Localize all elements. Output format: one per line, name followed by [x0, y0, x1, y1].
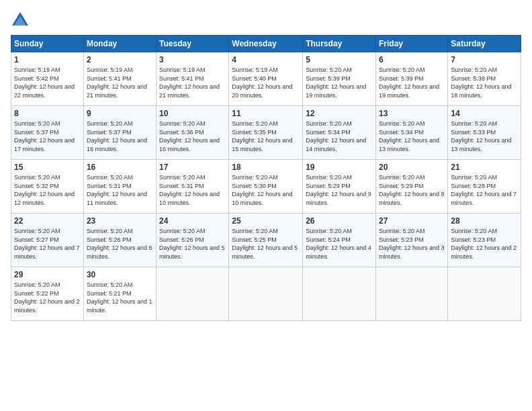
day-number: 24 — [159, 216, 226, 226]
day-number: 5 — [306, 55, 373, 64]
calendar-cell: 27 Sunrise: 5:20 AM Sunset: 5:23 PM Dayl… — [376, 214, 448, 267]
day-info: Sunrise: 5:20 AM Sunset: 5:31 PM Dayligh… — [159, 173, 226, 207]
day-info: Sunrise: 5:20 AM Sunset: 5:39 PM Dayligh… — [379, 66, 445, 99]
logo-icon — [11, 11, 30, 30]
calendar-cell: 23 Sunrise: 5:20 AM Sunset: 5:26 PM Dayl… — [83, 214, 156, 267]
day-number: 1 — [14, 55, 81, 64]
day-number: 2 — [87, 55, 153, 64]
day-info: Sunrise: 5:20 AM Sunset: 5:22 PM Dayligh… — [14, 281, 81, 314]
day-info: Sunrise: 5:19 AM Sunset: 5:42 PM Dayligh… — [14, 66, 81, 99]
day-info: Sunrise: 5:20 AM Sunset: 5:31 PM Dayligh… — [87, 173, 153, 207]
header-tuesday: Tuesday — [157, 36, 229, 52]
day-number: 22 — [14, 216, 81, 226]
day-info: Sunrise: 5:19 AM Sunset: 5:41 PM Dayligh… — [87, 66, 153, 99]
calendar-cell: 25 Sunrise: 5:20 AM Sunset: 5:25 PM Dayl… — [229, 214, 303, 267]
calendar-cell: 22 Sunrise: 5:20 AM Sunset: 5:27 PM Dayl… — [11, 214, 84, 267]
day-info: Sunrise: 5:19 AM Sunset: 5:40 PM Dayligh… — [232, 66, 300, 99]
header-thursday: Thursday — [303, 36, 376, 52]
calendar-table: Sunday Monday Tuesday Wednesday Thursday… — [11, 35, 521, 321]
calendar-cell: 13 Sunrise: 5:20 AM Sunset: 5:34 PM Dayl… — [376, 106, 448, 160]
day-number: 12 — [306, 109, 373, 118]
calendar-cell: 29 Sunrise: 5:20 AM Sunset: 5:22 PM Dayl… — [11, 267, 84, 321]
day-number: 21 — [451, 163, 518, 172]
calendar-cell: 19 Sunrise: 5:20 AM Sunset: 5:29 PM Dayl… — [303, 160, 376, 214]
day-info: Sunrise: 5:20 AM Sunset: 5:32 PM Dayligh… — [14, 173, 81, 207]
day-number: 19 — [306, 163, 373, 172]
day-info: Sunrise: 5:20 AM Sunset: 5:36 PM Dayligh… — [159, 120, 226, 153]
day-number: 26 — [306, 216, 373, 226]
day-number: 23 — [87, 216, 153, 226]
day-info: Sunrise: 5:20 AM Sunset: 5:26 PM Dayligh… — [87, 227, 153, 261]
header-saturday: Saturday — [448, 36, 521, 52]
day-info: Sunrise: 5:20 AM Sunset: 5:33 PM Dayligh… — [451, 120, 518, 153]
day-info: Sunrise: 5:20 AM Sunset: 5:27 PM Dayligh… — [14, 227, 81, 261]
day-number: 29 — [14, 270, 81, 279]
header-sunday: Sunday — [11, 36, 84, 52]
header-monday: Monday — [83, 36, 156, 52]
calendar-week-5: 29 Sunrise: 5:20 AM Sunset: 5:22 PM Dayl… — [11, 267, 521, 321]
calendar-cell: 8 Sunrise: 5:20 AM Sunset: 5:37 PM Dayli… — [11, 106, 84, 160]
day-info: Sunrise: 5:20 AM Sunset: 5:29 PM Dayligh… — [306, 173, 373, 207]
day-number: 10 — [159, 109, 226, 118]
calendar-cell — [303, 267, 376, 321]
calendar-cell: 16 Sunrise: 5:20 AM Sunset: 5:31 PM Dayl… — [83, 160, 156, 214]
day-number: 27 — [379, 216, 445, 226]
calendar-cell: 7 Sunrise: 5:20 AM Sunset: 5:38 PM Dayli… — [448, 52, 521, 106]
calendar-cell — [376, 267, 448, 321]
calendar-week-1: 1 Sunrise: 5:19 AM Sunset: 5:42 PM Dayli… — [11, 52, 521, 106]
day-info: Sunrise: 5:20 AM Sunset: 5:30 PM Dayligh… — [232, 173, 300, 207]
calendar-week-2: 8 Sunrise: 5:20 AM Sunset: 5:37 PM Dayli… — [11, 106, 521, 160]
day-number: 30 — [87, 270, 153, 279]
day-info: Sunrise: 5:20 AM Sunset: 5:37 PM Dayligh… — [87, 120, 153, 153]
calendar-cell: 2 Sunrise: 5:19 AM Sunset: 5:41 PM Dayli… — [83, 52, 156, 106]
calendar-week-4: 22 Sunrise: 5:20 AM Sunset: 5:27 PM Dayl… — [11, 214, 521, 267]
day-number: 17 — [159, 163, 226, 172]
day-number: 6 — [379, 55, 445, 64]
day-info: Sunrise: 5:20 AM Sunset: 5:21 PM Dayligh… — [87, 281, 153, 314]
day-number: 25 — [232, 216, 300, 226]
day-number: 3 — [159, 55, 226, 64]
day-number: 7 — [451, 55, 518, 64]
day-number: 13 — [379, 109, 445, 118]
calendar-cell: 26 Sunrise: 5:20 AM Sunset: 5:24 PM Dayl… — [303, 214, 376, 267]
weekday-header-row: Sunday Monday Tuesday Wednesday Thursday… — [11, 36, 521, 52]
calendar-cell: 30 Sunrise: 5:20 AM Sunset: 5:21 PM Dayl… — [83, 267, 156, 321]
calendar-cell: 20 Sunrise: 5:20 AM Sunset: 5:29 PM Dayl… — [376, 160, 448, 214]
day-number: 11 — [232, 109, 300, 118]
calendar-cell — [448, 267, 521, 321]
day-info: Sunrise: 5:20 AM Sunset: 5:29 PM Dayligh… — [379, 173, 445, 207]
logo — [11, 11, 32, 30]
calendar-cell: 15 Sunrise: 5:20 AM Sunset: 5:32 PM Dayl… — [11, 160, 84, 214]
calendar-cell: 6 Sunrise: 5:20 AM Sunset: 5:39 PM Dayli… — [376, 52, 448, 106]
calendar-cell: 11 Sunrise: 5:20 AM Sunset: 5:35 PM Dayl… — [229, 106, 303, 160]
day-number: 8 — [14, 109, 81, 118]
day-info: Sunrise: 5:20 AM Sunset: 5:23 PM Dayligh… — [451, 227, 518, 261]
day-number: 14 — [451, 109, 518, 118]
day-number: 9 — [87, 109, 153, 118]
calendar-cell — [157, 267, 229, 321]
day-info: Sunrise: 5:20 AM Sunset: 5:25 PM Dayligh… — [232, 227, 300, 261]
calendar-cell: 4 Sunrise: 5:19 AM Sunset: 5:40 PM Dayli… — [229, 52, 303, 106]
day-info: Sunrise: 5:20 AM Sunset: 5:38 PM Dayligh… — [451, 66, 518, 99]
header-friday: Friday — [376, 36, 448, 52]
calendar-cell: 28 Sunrise: 5:20 AM Sunset: 5:23 PM Dayl… — [448, 214, 521, 267]
day-number: 28 — [451, 216, 518, 226]
calendar-cell: 14 Sunrise: 5:20 AM Sunset: 5:33 PM Dayl… — [448, 106, 521, 160]
day-number: 15 — [14, 163, 81, 172]
calendar-cell: 1 Sunrise: 5:19 AM Sunset: 5:42 PM Dayli… — [11, 52, 84, 106]
day-number: 18 — [232, 163, 300, 172]
page-header — [11, 11, 521, 30]
calendar-cell: 5 Sunrise: 5:20 AM Sunset: 5:39 PM Dayli… — [303, 52, 376, 106]
calendar-week-3: 15 Sunrise: 5:20 AM Sunset: 5:32 PM Dayl… — [11, 160, 521, 214]
day-info: Sunrise: 5:20 AM Sunset: 5:35 PM Dayligh… — [232, 120, 300, 153]
day-info: Sunrise: 5:20 AM Sunset: 5:26 PM Dayligh… — [159, 227, 226, 261]
calendar-cell: 12 Sunrise: 5:20 AM Sunset: 5:34 PM Dayl… — [303, 106, 376, 160]
day-info: Sunrise: 5:20 AM Sunset: 5:24 PM Dayligh… — [306, 227, 373, 261]
day-info: Sunrise: 5:20 AM Sunset: 5:37 PM Dayligh… — [14, 120, 81, 153]
day-info: Sunrise: 5:20 AM Sunset: 5:23 PM Dayligh… — [379, 227, 445, 261]
header-wednesday: Wednesday — [229, 36, 303, 52]
day-info: Sunrise: 5:19 AM Sunset: 5:41 PM Dayligh… — [159, 66, 226, 99]
calendar-cell: 21 Sunrise: 5:20 AM Sunset: 5:28 PM Dayl… — [448, 160, 521, 214]
day-number: 4 — [232, 55, 300, 64]
calendar-cell: 18 Sunrise: 5:20 AM Sunset: 5:30 PM Dayl… — [229, 160, 303, 214]
